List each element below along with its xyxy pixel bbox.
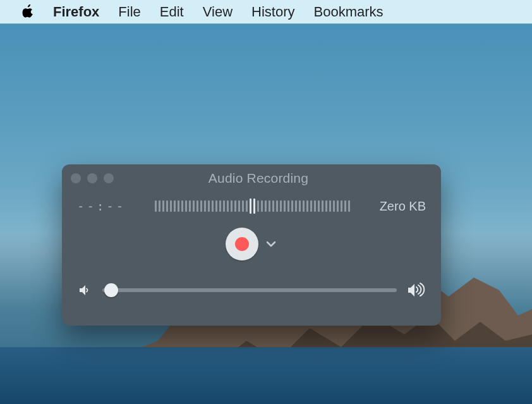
record-controls — [62, 219, 441, 269]
app-name[interactable]: Firefox — [53, 4, 99, 20]
volume-slider[interactable] — [102, 288, 397, 292]
info-row: --:-- Zero KB — [62, 192, 441, 219]
record-options-dropdown[interactable] — [265, 238, 277, 250]
record-button[interactable] — [226, 228, 258, 260]
window-title: Audio Recording — [85, 171, 432, 186]
menu-view[interactable]: View — [203, 4, 233, 20]
volume-high-icon — [407, 282, 426, 298]
record-icon — [235, 237, 249, 251]
menu-bookmarks[interactable]: Bookmarks — [313, 4, 383, 20]
time-display: --:-- — [77, 199, 126, 213]
volume-slider-thumb[interactable] — [104, 283, 118, 297]
volume-row — [62, 274, 441, 306]
menubar: Firefox File Edit View History Bookmarks — [0, 0, 532, 24]
titlebar[interactable]: Audio Recording — [62, 164, 441, 192]
file-size: Zero KB — [380, 199, 426, 214]
audio-level-meter — [137, 199, 368, 214]
menu-history[interactable]: History — [251, 4, 294, 20]
menu-edit[interactable]: Edit — [160, 4, 184, 20]
close-button[interactable] — [71, 173, 81, 183]
volume-low-icon — [77, 283, 92, 298]
wallpaper-sea — [0, 347, 532, 404]
audio-recording-window: Audio Recording --:-- Zero KB — [62, 164, 441, 326]
apple-menu-icon[interactable] — [21, 4, 34, 20]
menu-file[interactable]: File — [118, 4, 140, 20]
